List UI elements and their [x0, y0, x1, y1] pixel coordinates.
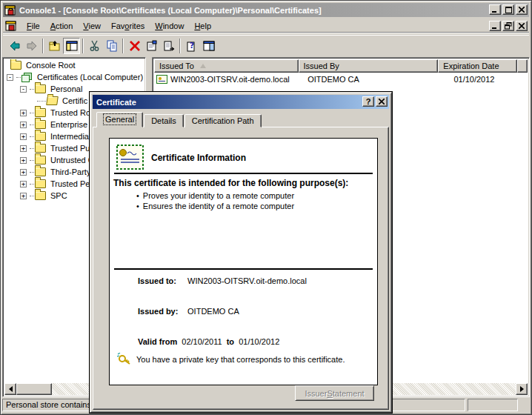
collapse-toggle-icon[interactable]: -	[7, 74, 13, 81]
column-header-partial[interactable]	[517, 59, 528, 73]
up-one-level-button[interactable]	[46, 38, 63, 54]
tree-item-label: Trusted Ro	[49, 108, 92, 117]
tree-item-certificates-local-computer[interactable]: - Certificates (Local Computer)	[4, 71, 144, 83]
mmc-main-window: Console1 - [Console Root\Certificates (L…	[0, 0, 532, 415]
status-section	[468, 399, 518, 411]
delete-button[interactable]	[126, 38, 143, 54]
scrollbar-thumb[interactable]	[16, 383, 52, 395]
forward-button[interactable]	[23, 38, 40, 54]
column-header-expiration-date[interactable]: Expiration Date	[438, 59, 517, 73]
folder-icon	[35, 132, 46, 141]
column-header-issued-by[interactable]: Issued By	[299, 59, 439, 73]
maximize-button[interactable]	[502, 4, 514, 15]
folder-icon	[35, 144, 46, 153]
tree-item-label: Certificates (Local Computer)	[36, 73, 144, 82]
tree-item-label: Console Root	[24, 61, 77, 70]
column-header-issued-to[interactable]: Issued To	[154, 59, 299, 73]
toolbar-separator	[42, 39, 44, 53]
window-titlebar[interactable]: Console1 - [Console Root\Certificates (L…	[3, 3, 529, 17]
issuer-statement-button[interactable]: Issuer Statement	[295, 385, 374, 401]
sort-ascending-icon	[200, 64, 206, 68]
child-minimize-button[interactable]	[489, 21, 501, 31]
expand-toggle-icon[interactable]: +	[20, 169, 27, 176]
tree-item-console-root[interactable]: Console Root	[4, 59, 144, 71]
purpose-item: Proves your identity to a remote compute…	[136, 191, 294, 200]
folder-icon	[35, 179, 46, 188]
valid-to-value: 01/10/2012	[239, 337, 279, 346]
menu-view[interactable]: View	[78, 20, 106, 32]
tab-certification-path[interactable]: Certification Path	[184, 114, 262, 127]
collapse-toggle-icon[interactable]: -	[20, 86, 27, 93]
private-key-note: You have a private key that corresponds …	[136, 355, 345, 364]
minimize-button[interactable]	[489, 4, 501, 15]
toolbar-separator	[82, 39, 84, 53]
separator-line	[114, 173, 373, 174]
folder-icon	[35, 156, 46, 165]
tree-item-label: Enterprise	[49, 120, 89, 129]
certificate-information-title: Certificate Information	[151, 153, 246, 163]
issued-by-value: OITDEMO CA	[187, 307, 239, 316]
svg-text:?: ?	[189, 41, 193, 50]
menu-help[interactable]: Help	[189, 20, 216, 32]
expand-toggle-icon[interactable]: +	[20, 157, 27, 164]
help-button[interactable]: ?	[183, 38, 200, 54]
child-close-button[interactable]	[516, 21, 528, 31]
tree-item-label: SPC	[49, 191, 69, 200]
mmc-app-icon	[4, 4, 16, 16]
tree-item-label: Trusted Pu	[49, 144, 91, 153]
show-hide-console-tree-button[interactable]	[63, 38, 80, 54]
certificate-summary-box: Certificate Information This certificate…	[109, 138, 378, 385]
dialog-title: Certificate	[96, 98, 136, 107]
back-button[interactable]	[6, 38, 23, 54]
purpose-item: Ensures the identity of a remote compute…	[136, 202, 294, 210]
properties-button[interactable]	[143, 38, 160, 54]
general-tab-page: Certificate Information This certificate…	[93, 127, 389, 410]
copy-button[interactable]	[103, 38, 120, 54]
separator-line	[114, 268, 373, 270]
tree-item-label: Intermedia	[49, 132, 90, 141]
folder-icon	[35, 191, 46, 200]
folder-icon	[10, 61, 21, 70]
folder-icon	[35, 167, 46, 176]
scroll-right-button[interactable]	[516, 383, 528, 395]
toolbar-separator	[179, 39, 181, 53]
menu-window[interactable]: Window	[150, 20, 189, 32]
certificate-icon	[156, 75, 167, 84]
tab-general[interactable]: General	[96, 112, 143, 127]
menu-file[interactable]: File	[21, 20, 45, 32]
valid-to-label: to	[227, 337, 234, 346]
expand-toggle-icon[interactable]: +	[20, 193, 27, 199]
certificate-row[interactable]: WIN2003-OITSRV.oit-demo.local OITDEMO CA…	[154, 73, 528, 85]
console-window-icon	[5, 20, 17, 32]
child-restore-button[interactable]	[502, 21, 514, 31]
valid-from-value: 02/10/2011	[182, 337, 222, 346]
expand-toggle-icon[interactable]: +	[20, 133, 27, 140]
scroll-left-button[interactable]	[4, 383, 16, 395]
issued-by-label: Issued by:	[138, 307, 185, 316]
expand-toggle-icon[interactable]: +	[20, 181, 27, 187]
tree-item-label: Personal	[49, 84, 84, 93]
expand-toggle-icon[interactable]: +	[20, 145, 27, 152]
open-folder-icon	[46, 96, 59, 105]
private-key-icon	[117, 353, 131, 365]
menu-bar: File Action View Favorites Window Help	[3, 19, 529, 33]
issued-to-label: Issued to:	[138, 276, 185, 285]
export-list-button[interactable]	[160, 38, 177, 54]
certificates-snapin-icon	[21, 73, 33, 82]
cut-button[interactable]	[86, 38, 103, 54]
close-button[interactable]	[516, 4, 528, 15]
menu-action[interactable]: Action	[45, 20, 79, 32]
dialog-help-button[interactable]: ?	[362, 96, 374, 107]
new-taskpad-view-button[interactable]	[200, 38, 217, 54]
folder-icon	[35, 120, 46, 129]
expand-toggle-icon[interactable]: +	[20, 122, 27, 128]
expand-toggle-icon[interactable]: +	[20, 110, 27, 116]
window-title: Console1 - [Console Root\Certificates (L…	[19, 6, 322, 15]
dialog-close-button[interactable]	[376, 96, 388, 107]
tab-details[interactable]: Details	[144, 114, 184, 127]
toolbar-separator	[122, 39, 124, 53]
issued-to-value: WIN2003-OITSRV.oit-demo.local	[187, 276, 307, 285]
menu-favorites[interactable]: Favorites	[106, 20, 150, 32]
valid-from-label: Valid from	[138, 337, 177, 346]
dialog-titlebar[interactable]: Certificate ?	[93, 95, 389, 109]
